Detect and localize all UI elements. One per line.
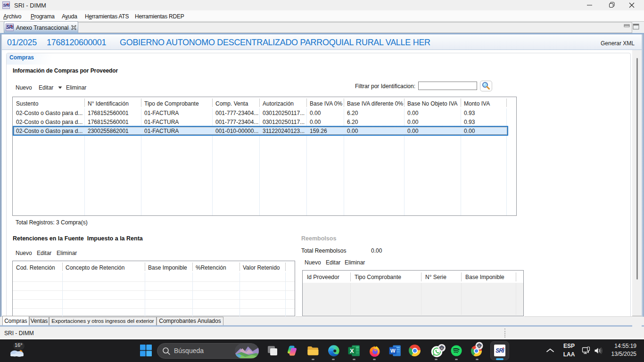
svg-text:W: W [390, 348, 396, 354]
svg-text:X: X [350, 347, 354, 354]
